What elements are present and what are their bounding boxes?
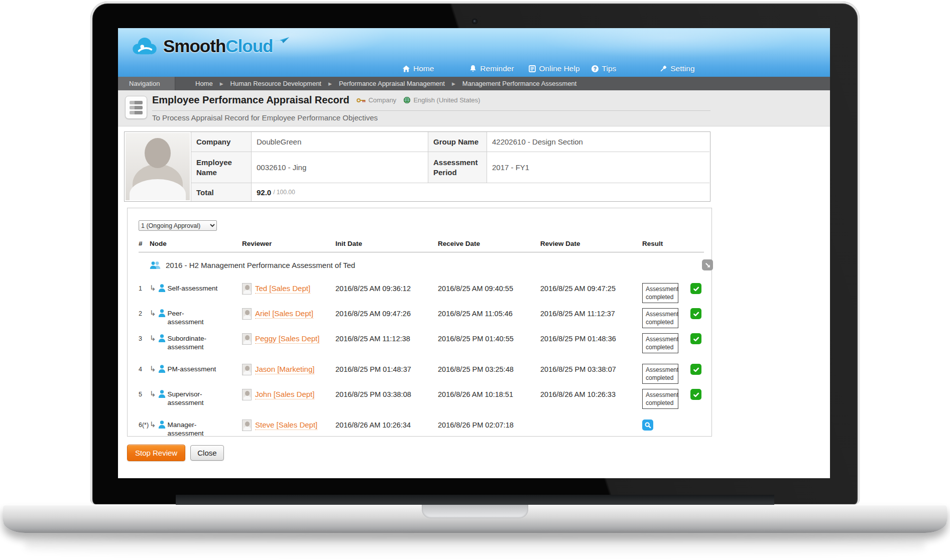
review-row: 3 ↳ Subordinate-assessment Peggy [Sales … xyxy=(139,329,704,360)
nav-item-label: Reminder xyxy=(480,64,514,73)
person-icon xyxy=(158,334,166,343)
footer-actions: Stop Review Close xyxy=(127,445,830,461)
reviewer-link[interactable]: Jason [Marketing] xyxy=(255,365,314,374)
result-box: Assessment completed xyxy=(642,333,678,353)
webcam-icon xyxy=(472,19,478,24)
nav-item-setting[interactable]: Setting xyxy=(659,64,694,73)
node-cell: ↳ Peer-assessment xyxy=(150,308,242,327)
app-header: SmoothCloud HomeReminderOnline HelpTipsS… xyxy=(118,28,830,77)
employee-name-label: Employee Name xyxy=(191,152,252,183)
receive-date: 2016/8/26 AM 10:18:51 xyxy=(438,389,540,398)
person-icon xyxy=(158,364,166,373)
review-rows: 1 ↳ Self-assessment Ted [Sales Dept] 201… xyxy=(139,279,704,446)
row-number: 1 xyxy=(139,283,150,292)
review-date: 2016/8/25 PM 03:38:07 xyxy=(540,364,642,373)
completed-check-icon xyxy=(690,283,701,294)
employee-name-value: 0032610 - Jing xyxy=(252,152,428,183)
reviewer-link[interactable]: Steve [Sales Dept] xyxy=(255,421,317,430)
result-cell: Assessment completed xyxy=(642,333,704,353)
breadcrumb-item[interactable]: Management Performance Assessment xyxy=(462,80,577,87)
nav-item-tips[interactable]: Tips xyxy=(591,64,617,73)
row-number: 5 xyxy=(139,389,150,398)
review-row: 6(*) ↳ Manager-assessment Steve [Sales D… xyxy=(139,415,704,446)
breadcrumb-item[interactable]: Home xyxy=(195,80,213,87)
node-label: Supervisor-assessment xyxy=(168,389,218,407)
breadcrumb-separator-icon: ▶ xyxy=(452,81,455,86)
reviewer-avatar xyxy=(242,389,252,400)
reviewer-link[interactable]: John [Sales Dept] xyxy=(255,390,314,399)
laptop-base xyxy=(3,505,947,533)
employee-photo-cell xyxy=(125,132,191,201)
tree-elbow-icon: ↳ xyxy=(150,421,156,428)
scope-indicator: Company xyxy=(357,96,397,104)
review-row: 5 ↳ Supervisor-assessment John [Sales De… xyxy=(139,385,704,415)
result-box: Assessment completed xyxy=(642,364,678,384)
review-date: 2016/8/26 AM 10:26:33 xyxy=(540,389,642,398)
help-doc-icon xyxy=(528,65,536,73)
receive-date: 2016/8/25 PM 03:25:48 xyxy=(438,364,540,373)
tree-elbow-icon: ↳ xyxy=(150,390,156,397)
breadcrumb-item[interactable]: Performance Appraisal Management xyxy=(339,80,445,87)
question-icon xyxy=(591,65,599,73)
review-row: 4 ↳ PM-assessment Jason [Marketing] 2016… xyxy=(139,360,704,385)
group-name-value: 42202610 - Design Section xyxy=(487,132,709,152)
tree-elbow-icon: ↳ xyxy=(150,334,156,342)
setting-icon xyxy=(659,65,667,73)
col-num: # xyxy=(139,240,150,247)
nav-item-label: Home xyxy=(413,64,434,73)
language-indicator[interactable]: English (United States) xyxy=(403,96,480,104)
nav-item-home[interactable]: Home xyxy=(402,64,434,73)
check-icon xyxy=(692,310,700,318)
reviewer-link[interactable]: Peggy [Sales Dept] xyxy=(255,334,319,344)
col-init-date: Init Date xyxy=(335,240,438,247)
reviewer-avatar xyxy=(242,283,252,295)
nav-item-label: Tips xyxy=(602,64,617,73)
total-label: Total xyxy=(191,183,252,201)
arrow-down-right-icon xyxy=(704,261,711,269)
col-result: Result xyxy=(642,240,704,247)
close-button[interactable]: Close xyxy=(190,445,223,461)
receive-date: 2016/8/25 AM 11:05:46 xyxy=(438,308,540,318)
nav-item-reminder[interactable]: Reminder xyxy=(469,64,514,73)
reviewer-link[interactable]: Ariel [Sales Dept] xyxy=(255,309,313,319)
node-label: Subordinate-assessment xyxy=(168,333,218,352)
col-receive-date: Receive Date xyxy=(438,240,540,247)
stop-review-button[interactable]: Stop Review xyxy=(127,445,185,461)
collapse-workflow-icon[interactable] xyxy=(702,259,713,270)
review-date: 2016/8/25 AM 11:12:37 xyxy=(540,308,642,318)
completed-check-icon xyxy=(690,333,701,344)
result-box: Assessment completed xyxy=(642,389,678,409)
init-date: 2016/8/26 AM 10:26:34 xyxy=(335,419,438,429)
reviewer-cell: Peggy [Sales Dept] xyxy=(242,333,335,345)
node-cell: ↳ PM-assessment xyxy=(150,364,242,374)
group-name-label: Group Name xyxy=(428,132,487,152)
node-label: PM-assessment xyxy=(168,364,216,374)
node-cell: ↳ Self-assessment xyxy=(150,283,242,293)
nav-item-online-help[interactable]: Online Help xyxy=(528,64,580,73)
receive-date: 2016/8/25 PM 01:40:55 xyxy=(438,333,540,343)
result-box: Assessment completed xyxy=(642,283,678,303)
result-cell: Assessment completed xyxy=(642,364,704,384)
person-icon xyxy=(158,284,166,293)
result-cell: Assessment completed xyxy=(642,389,704,409)
tree-elbow-icon: ↳ xyxy=(150,365,156,372)
breadcrumb-nav-label: Navigation xyxy=(129,80,160,87)
reviewer-avatar xyxy=(242,419,252,431)
result-cell: Assessment completed xyxy=(642,308,704,328)
reviewer-cell: Ted [Sales Dept] xyxy=(242,283,335,295)
approval-step-select[interactable]: 1 (Ongoing Approval) xyxy=(139,220,217,231)
assessment-period-value: 2017 - FY1 xyxy=(487,152,709,183)
company-label: Company xyxy=(191,132,252,152)
reviewer-link[interactable]: Ted [Sales Dept] xyxy=(255,284,310,294)
reviewer-cell: Steve [Sales Dept] xyxy=(242,419,335,431)
page-subtitle: To Process Appraisal Record for Employee… xyxy=(152,113,378,122)
breadcrumb-item[interactable]: Human Resource Development xyxy=(230,80,321,87)
breadcrumb-separator-icon: ▶ xyxy=(328,81,332,86)
workflow-group-title: 2016 - H2 Management Performance Assessm… xyxy=(166,261,355,269)
completed-check-icon xyxy=(690,364,701,375)
workflow-group-row: 2016 - H2 Management Performance Assessm… xyxy=(139,252,704,277)
breadcrumb-separator-icon: ▶ xyxy=(220,81,223,86)
review-panel: 1 (Ongoing Approval) # Node Reviewer Ini… xyxy=(127,208,712,437)
view-assessment-icon[interactable] xyxy=(642,419,653,431)
review-date: 2016/8/25 PM 01:48:36 xyxy=(540,333,642,343)
